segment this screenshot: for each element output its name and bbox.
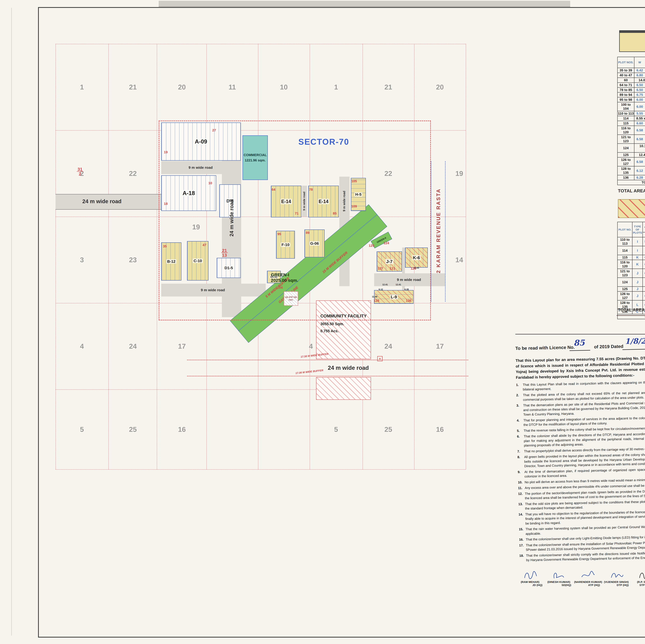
plot-number: 121 <box>390 267 395 271</box>
plot-number: 124 <box>384 241 389 245</box>
khasra-number: 17 <box>178 342 186 350</box>
plot-number: 89 <box>306 231 309 235</box>
table-row: 1156.6012.4281.97181.97 <box>618 121 645 126</box>
khasra-number: 22 <box>129 170 137 178</box>
sector-label: SECTOR-70 <box>298 137 349 146</box>
signature-icon <box>637 570 645 580</box>
table-cell: 125 <box>618 287 632 292</box>
khasra-number: 14 <box>455 256 463 264</box>
table-cell: 6.50 <box>634 87 645 92</box>
khasra-number: 25 <box>384 425 392 433</box>
licence-date-handwritten: 1/8/2019. <box>625 336 645 346</box>
layout-map: SECTOR-70 COMMERCIAL 1221.96 sqm. 5 M WI… <box>0 0 516 644</box>
freezed-legend-swatch <box>619 30 645 52</box>
table-cell: 5.55 <box>634 111 645 116</box>
table-cell: 12.41 X 6.43 + 13.88/2 <box>634 152 645 157</box>
khasra-fraction: 2113 <box>221 248 228 257</box>
community-area: 3055.50 Sqm. <box>320 322 367 326</box>
table-cell: 116 to 120 <box>618 126 634 135</box>
table-cell: 115 <box>618 255 632 260</box>
khasra-number: 21 <box>129 83 137 91</box>
table-row: 116 to 120K6.5812.4281.725408.62 <box>618 260 645 269</box>
table-body: 35 to 396.4220.64132.515662.5440 to 476.… <box>618 68 645 185</box>
licence-mid: of 2019 Dated <box>594 344 623 349</box>
table-cell: 114 <box>618 246 632 255</box>
table-row: 110 to 1135.5511.9766.434265.73 <box>618 111 645 116</box>
table-row: 100 to 1046.0012.6876.085380.40 <box>618 102 645 111</box>
col-header: PLOT NO. <box>618 222 632 237</box>
table-row: 128 to 1356.1211.0067.328538.56 <box>618 166 645 175</box>
road-label: 9 m wide road <box>302 192 306 211</box>
plot-number: 27 <box>212 128 216 132</box>
khasra-number: 10 <box>280 83 288 91</box>
khasra-number: 24 <box>129 342 137 350</box>
licence-condition: 1.That this Layout Plan shall be read in… <box>516 379 645 392</box>
table-row: 115K6.6012.4281.97181.97 <box>618 255 645 260</box>
plot-number: 85 <box>333 212 337 216</box>
table-cell: 126 to 127 <box>618 292 632 300</box>
table-cell: 5.55 <box>643 237 645 246</box>
table-cell: 6.58 <box>634 126 645 135</box>
road-label: 24 m wide road <box>82 198 122 205</box>
table-cell: K <box>632 260 643 269</box>
table-cell: 6.12 <box>634 166 645 175</box>
table-cell: 6.75 <box>634 92 645 97</box>
khasra-number: 21 <box>384 83 392 91</box>
table-cell: 128 to 135 <box>618 166 634 175</box>
khasra-number: 16 <box>436 425 444 433</box>
table-cell: 100 to 104 <box>618 102 634 111</box>
table-cell: I <box>632 246 643 255</box>
plot-dimension: 12.41 <box>396 283 401 286</box>
licence-intro: That this Layout plan for an area measur… <box>515 354 645 380</box>
licence-lead: To be read with Licence No. <box>515 345 575 351</box>
table-cell: 6.50 <box>634 83 645 87</box>
signature-icon <box>580 570 595 580</box>
table-cell: 121 to 123 <box>618 135 634 143</box>
signatory: (NARENDER KUMAR)ATP (HQ) <box>574 570 601 587</box>
table-row: TOTAL.727063.20 <box>618 180 645 185</box>
plot-number: 64 <box>272 188 275 192</box>
table-cell: 114 <box>618 116 634 121</box>
table-cell: 6.58 <box>634 157 645 166</box>
colony-boundary <box>159 120 431 320</box>
road-label: 9 m wide road <box>201 288 225 292</box>
survey-grid-line <box>109 44 109 469</box>
table-row: 1148.55 x 11.97 - 3.0 x 1.83/2199.59 <box>618 116 645 121</box>
licence-block-border <box>515 334 645 334</box>
table-cell: 64 to 71 <box>618 83 634 87</box>
table-row: 89 to 946.7514.1095.186571.05 <box>618 92 645 97</box>
khasra-number: 5 <box>334 425 338 433</box>
road-edge <box>187 360 468 360</box>
table-row: 95 to 986.0012.6876.084304.32 <box>618 97 645 102</box>
table-cell: 78 to 85 <box>618 87 634 92</box>
road-label: 9 m wide road <box>397 278 421 282</box>
plot-number: 47 <box>203 243 206 247</box>
khasra-number: 16 <box>178 425 186 433</box>
table-cell: 125 <box>618 152 634 157</box>
col-header: W <box>634 57 645 68</box>
survey-grid-line <box>55 44 466 44</box>
plot-number: 35 <box>163 244 167 248</box>
freezed-plots-table: PLOT NOS. W D AREA OF PLOTS IN SQM. NO O… <box>617 57 645 185</box>
table-cell: 6.00 <box>634 97 645 102</box>
plot-number: 18 <box>164 202 168 206</box>
col-header: TYPE OF PLOTS <box>632 222 643 237</box>
table-cell: TOTAL. <box>618 180 645 185</box>
table-cell: 124 <box>618 143 634 152</box>
community-facility-extension <box>316 377 371 400</box>
table-cell: TOTAL. <box>618 314 645 319</box>
table-row: TOTAL.272117.41 <box>618 314 645 319</box>
table-cell: 14.00 x 6.70 + 13.19 /2 <box>634 78 645 83</box>
table-row: 12512.41 X 6.43 + 13.88/21126.02 <box>618 152 645 157</box>
table-cell: 6.80 <box>634 73 645 78</box>
mortgage-legend-swatch <box>618 199 645 218</box>
table-cell: 136 <box>618 175 634 180</box>
plot-number: 105 <box>351 179 357 183</box>
khasra-number: 25 <box>129 425 137 433</box>
table-cell: 6.58 <box>634 135 645 143</box>
plot-number: 19 <box>164 150 168 154</box>
khasra-number: 4 <box>309 342 313 350</box>
table-cell: 6.58 <box>643 292 645 300</box>
table-row: 6014.00 x 6.70 + 13.19 /21139.23 <box>618 78 645 83</box>
table-row: 116 to 1206.5812.4281.725408.62 <box>618 126 645 135</box>
